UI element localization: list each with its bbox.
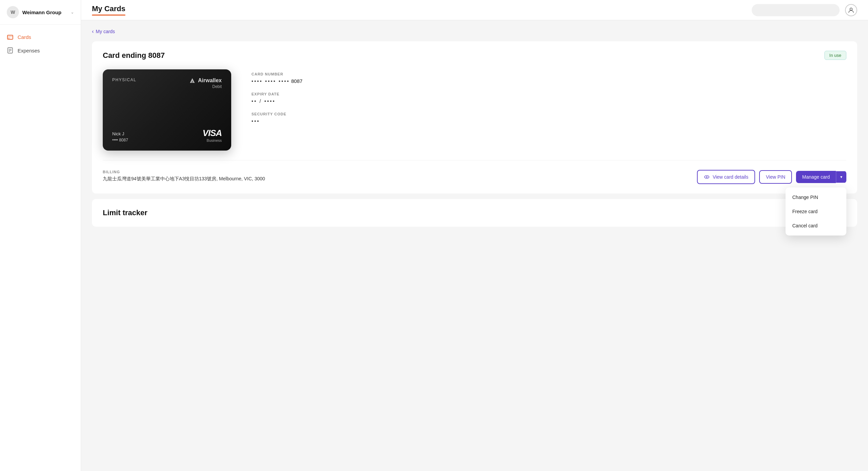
svg-point-7: [850, 8, 852, 10]
cardholder-name: Nick J: [112, 131, 128, 136]
brand-logo-area: Airwallex Debit: [189, 77, 222, 89]
user-icon[interactable]: [845, 4, 857, 16]
airwallex-logo: Airwallex: [189, 77, 222, 84]
billing-label: BILLING: [103, 170, 265, 174]
view-card-details-button[interactable]: View card details: [697, 170, 755, 184]
expiry-label: EXPIRY DATE: [251, 92, 303, 96]
expiry-group: EXPIRY DATE •• / ••••: [251, 92, 303, 104]
card-number-last: 8087: [291, 78, 303, 84]
billing-actions-row: BILLING 九龍士瓜灣道94號美華工業中心地下A3悅目坊133號房, Mel…: [103, 170, 846, 184]
sidebar-item-cards-label: Cards: [18, 34, 31, 40]
visa-business-label: Business: [202, 138, 222, 142]
main-content: My Cards ‹ My cards Card ending 8087 In …: [81, 0, 868, 471]
avatar: W: [7, 6, 19, 18]
dropdown-cancel-card[interactable]: Cancel card: [786, 219, 846, 233]
search-bar[interactable]: [752, 4, 840, 16]
company-name: Weimann Group: [22, 9, 62, 15]
cards-icon: [7, 33, 14, 40]
status-badge: In use: [824, 51, 846, 60]
card-bottom-row: Nick J •••• 8087 VISA Business: [112, 128, 222, 142]
manage-card-button-group: Manage card ▾: [796, 171, 846, 183]
section-divider: [103, 160, 846, 160]
view-details-label: View card details: [713, 174, 748, 180]
sidebar-header[interactable]: W Weimann Group ⌄: [0, 0, 81, 25]
manage-card-button[interactable]: Manage card: [796, 171, 836, 183]
card-dots-number: •••• 8087: [112, 138, 128, 142]
security-label: SECURITY CODE: [251, 112, 303, 116]
manage-card-chevron[interactable]: ▾: [836, 171, 846, 183]
svg-point-9: [706, 176, 708, 178]
card-number-group: CARD NUMBER •••• •••• •••• 8087: [251, 72, 303, 84]
view-pin-button[interactable]: View PIN: [759, 170, 792, 184]
card-number-dots: •••• •••• ••••: [251, 78, 290, 84]
card-title: Card ending 8087: [103, 51, 165, 60]
view-pin-label: View PIN: [766, 174, 785, 180]
cardholder-info: Nick J •••• 8087: [112, 131, 128, 142]
expiry-value: •• / ••••: [251, 98, 303, 104]
card-top-row: PHYSICAL Airwallex Debit: [112, 77, 222, 89]
card-section: Card ending 8087 In use PHYSICAL: [92, 41, 857, 194]
physical-card: PHYSICAL Airwallex Debit: [103, 69, 231, 151]
visa-logo-area: VISA Business: [202, 128, 222, 142]
sidebar: W Weimann Group ⌄ Cards: [0, 0, 81, 471]
card-info: CARD NUMBER •••• •••• •••• 8087 EXPIRY D…: [251, 69, 303, 124]
dropdown-change-pin[interactable]: Change PIN: [786, 190, 846, 204]
card-last-four: 8087: [119, 138, 128, 142]
eye-icon: [704, 174, 710, 180]
security-value: •••: [251, 118, 303, 124]
card-number-value: •••• •••• •••• 8087: [251, 78, 303, 84]
sidebar-item-expenses-label: Expenses: [18, 48, 40, 53]
card-type-label: PHYSICAL: [112, 77, 136, 82]
breadcrumb[interactable]: ‹ My cards: [92, 28, 857, 35]
brand-name: Airwallex: [198, 77, 222, 84]
card-dots: ••••: [112, 138, 119, 142]
sidebar-item-cards[interactable]: Cards: [0, 30, 81, 44]
security-group: SECURITY CODE •••: [251, 112, 303, 124]
limit-tracker-title: Limit tracker: [103, 208, 147, 217]
expenses-icon: [7, 47, 14, 54]
card-section-header: Card ending 8087 In use: [103, 51, 846, 60]
actions-row: View card details View PIN Manage card ▾…: [697, 170, 846, 184]
content-area: ‹ My cards Card ending 8087 In use PHYSI…: [81, 20, 868, 471]
back-arrow-icon: ‹: [92, 28, 94, 35]
sidebar-nav: Cards Expenses: [0, 25, 81, 63]
page-title: My Cards: [92, 4, 125, 13]
billing-address: 九龍士瓜灣道94號美華工業中心地下A3悅目坊133號房, Melbourne, …: [103, 176, 265, 182]
card-subtype: Debit: [189, 84, 222, 89]
billing-info: BILLING 九龍士瓜灣道94號美華工業中心地下A3悅目坊133號房, Mel…: [103, 170, 265, 182]
breadcrumb-label: My cards: [96, 29, 115, 34]
card-number-label: CARD NUMBER: [251, 72, 303, 76]
svg-rect-2: [8, 38, 9, 39]
manage-card-dropdown: Change PIN Freeze card Cancel card: [786, 187, 846, 236]
top-bar: My Cards: [81, 0, 868, 20]
sidebar-item-expenses[interactable]: Expenses: [0, 44, 81, 57]
limit-tracker-section: Limit tracker: [92, 199, 857, 227]
svg-rect-1: [7, 36, 13, 37]
top-bar-right: [752, 4, 857, 16]
dropdown-freeze-card[interactable]: Freeze card: [786, 204, 846, 219]
title-underline: [92, 15, 125, 16]
card-details-row: PHYSICAL Airwallex Debit: [103, 69, 846, 151]
chevron-down-icon: ⌄: [71, 10, 74, 15]
visa-text: VISA: [202, 128, 222, 138]
page-title-wrap: My Cards: [92, 4, 125, 16]
